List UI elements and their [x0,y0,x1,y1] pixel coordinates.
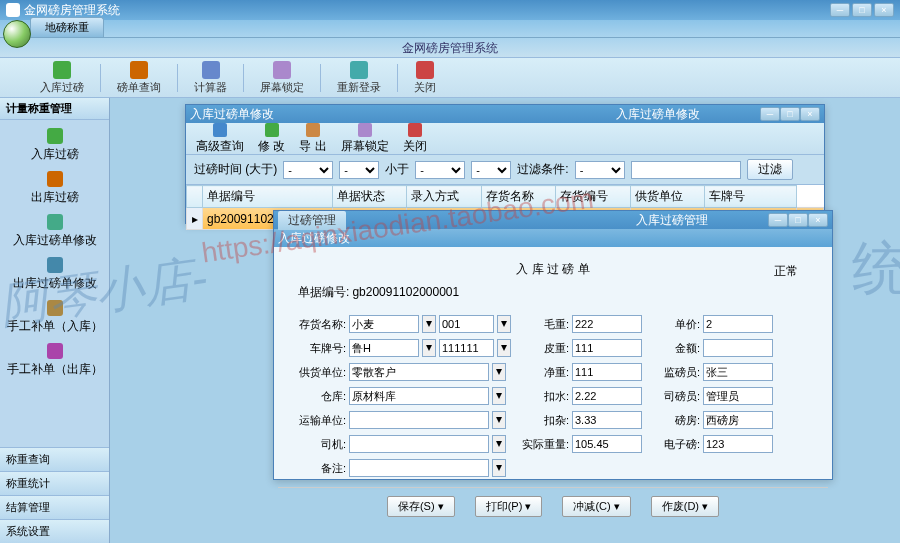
field-input-2[interactable] [439,339,494,357]
form-row-right-1: 金额: [652,339,773,357]
window-form: 过磅管理 入库过磅管理 ─ □ × 入库过磅修改 入 库 过 磅 单 正常 单据… [273,210,833,480]
filter-value[interactable] [631,161,741,179]
field-input[interactable] [349,387,489,405]
field-input[interactable] [572,315,642,333]
field-input[interactable] [703,315,773,333]
sidebar-item-0[interactable]: 入库过磅 [0,124,109,167]
field-input[interactable] [703,339,773,357]
field-input[interactable] [572,411,642,429]
filter-date-from2[interactable]: - [339,161,379,179]
sidebar-item-label: 手工补单（入库） [7,318,103,335]
toolbar-item-5[interactable]: 关闭 [414,61,436,95]
sidebar-item-2[interactable]: 入库过磅单修改 [0,210,109,253]
col-header[interactable]: 单据状态 [332,186,407,208]
form-row-right-3: 司磅员: [652,387,773,405]
form-row-left-2: 供货单位:▾ [298,363,511,381]
window-list-titlebar[interactable]: 入库过磅单修改 入库过磅单修改 ─ □ × [186,105,824,123]
form-button-0[interactable]: 保存(S) ▾ [387,496,455,517]
sidebar-bottom-1[interactable]: 称重统计 [0,471,109,495]
field-input[interactable] [703,411,773,429]
win1-min[interactable]: ─ [760,107,780,121]
sidebar-item-5[interactable]: 手工补单（出库） [0,339,109,382]
col-header[interactable]: 供货单位 [630,186,705,208]
sub-toolbar-item-0[interactable]: 高级查询 [196,123,244,155]
toolbar-item-0[interactable]: 入库过磅 [40,61,84,95]
filter-date-to[interactable]: - [415,161,465,179]
col-header[interactable]: 存货编号 [556,186,631,208]
dropdown-icon[interactable]: ▾ [422,339,436,357]
dropdown-icon[interactable]: ▾ [497,339,511,357]
toolbar-item-3[interactable]: 屏幕锁定 [260,61,304,95]
dropdown-icon[interactable]: ▾ [492,459,506,477]
field-input-2[interactable] [439,315,494,333]
filter-date-from[interactable]: - [283,161,333,179]
field-input[interactable] [572,387,642,405]
field-input[interactable] [703,435,773,453]
sidebar-bottom-3[interactable]: 系统设置 [0,519,109,543]
col-header[interactable]: 车牌号 [705,186,796,208]
form-row-mid-5: 实际重量: [521,435,642,453]
field-input[interactable] [349,435,489,453]
sidebar-bottom-0[interactable]: 称重查询 [0,447,109,471]
close-button[interactable]: × [874,3,894,17]
filter-cond[interactable]: - [575,161,625,179]
dropdown-icon[interactable]: ▾ [492,411,506,429]
start-orb-icon[interactable] [3,20,31,48]
win2-min[interactable]: ─ [768,213,788,227]
toolbar-icon [273,61,291,79]
win1-max[interactable]: □ [780,107,800,121]
field-label: 电子磅: [652,437,700,452]
sidebar-item-label: 出库过磅 [31,189,79,206]
maximize-button[interactable]: □ [852,3,872,17]
dropdown-icon[interactable]: ▾ [492,435,506,453]
dropdown-icon[interactable]: ▾ [422,315,436,333]
field-input[interactable] [349,459,489,477]
sub-toolbar-item-4[interactable]: 关闭 [403,123,427,155]
col-header[interactable]: 存货名称 [481,186,556,208]
sub-toolbar-item-3[interactable]: 屏幕锁定 [341,123,389,155]
field-input[interactable] [349,339,419,357]
form-button-3[interactable]: 作废(D) ▾ [651,496,719,517]
filter-button[interactable]: 过滤 [747,159,793,180]
sub-toolbar-item-2[interactable]: 导 出 [299,123,326,155]
sidebar-bottom-2[interactable]: 结算管理 [0,495,109,519]
sidebar-item-4[interactable]: 手工补单（入库） [0,296,109,339]
toolbar-label: 入库过磅 [40,80,84,95]
minimize-button[interactable]: ─ [830,3,850,17]
sidebar-item-1[interactable]: 出库过磅 [0,167,109,210]
sidebar-icon [47,171,63,187]
field-label: 仓库: [298,389,346,404]
sub-toolbar-item-1[interactable]: 修 改 [258,123,285,155]
field-input[interactable] [349,411,489,429]
field-input[interactable] [703,363,773,381]
toolbar-label: 计算器 [194,80,227,95]
form-button-2[interactable]: 冲减(C) ▾ [562,496,630,517]
win1-close[interactable]: × [800,107,820,121]
form-button-1[interactable]: 打印(P) ▾ [475,496,543,517]
field-input[interactable] [572,435,642,453]
field-input[interactable] [703,387,773,405]
toolbar-icon [350,61,368,79]
sidebar-item-3[interactable]: 出库过磅单修改 [0,253,109,296]
dropdown-icon[interactable]: ▾ [492,363,506,381]
field-input[interactable] [349,315,419,333]
main-tab[interactable]: 地磅称重 [30,17,104,37]
toolbar-icon [53,61,71,79]
toolbar-item-1[interactable]: 磅单查询 [117,61,161,95]
dropdown-icon[interactable]: ▾ [497,315,511,333]
field-input[interactable] [349,363,489,381]
window-form-titlebar[interactable]: 过磅管理 入库过磅管理 ─ □ × [274,211,832,229]
field-label: 扣水: [521,389,569,404]
field-input[interactable] [572,339,642,357]
filter-row: 过磅时间 (大于) - - 小于 - - 过滤条件: - 过滤 [186,155,824,185]
col-header[interactable]: 录入方式 [407,186,482,208]
col-header[interactable]: 单据编号 [203,186,333,208]
win2-close[interactable]: × [808,213,828,227]
filter-date-to2[interactable]: - [471,161,511,179]
toolbar-item-4[interactable]: 重新登录 [337,61,381,95]
win2-max[interactable]: □ [788,213,808,227]
dropdown-icon[interactable]: ▾ [492,387,506,405]
form-col-right: 单价:金额:监磅员:司磅员:磅房:电子磅: [652,315,773,477]
toolbar-item-2[interactable]: 计算器 [194,61,227,95]
field-input[interactable] [572,363,642,381]
